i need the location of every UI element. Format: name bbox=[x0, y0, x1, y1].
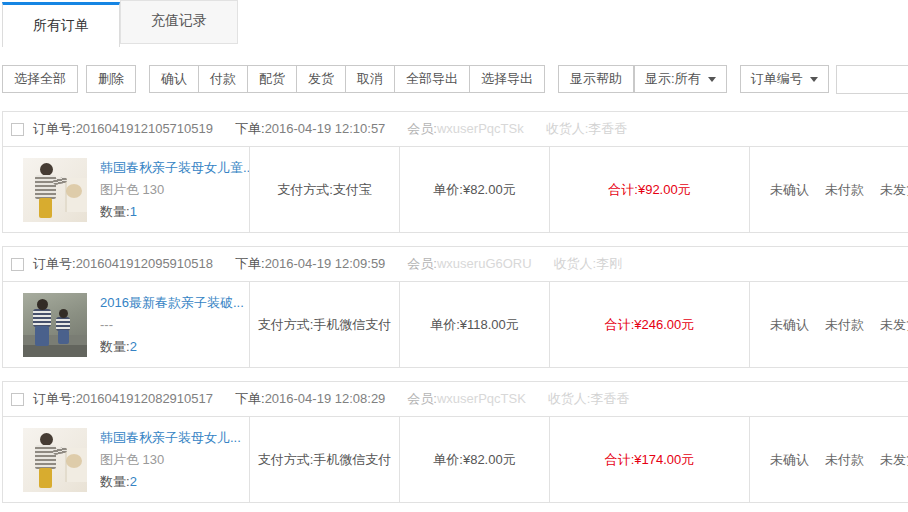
placed-label: 下单: bbox=[235, 256, 265, 271]
unit-price-value: ¥82.00元 bbox=[463, 182, 516, 197]
order-card: 订单号:2016041912105710519 下单:2016-04-19 12… bbox=[2, 111, 908, 233]
allocate-button[interactable]: 配货 bbox=[248, 65, 297, 93]
order-header: 订单号:2016041912105710519 下单:2016-04-19 12… bbox=[3, 112, 908, 146]
product-cell: 韩国春秋亲子装母女儿童... 图片色 130 数量:1 bbox=[3, 147, 249, 232]
unit-price-cell: 单价:¥82.00元 bbox=[399, 147, 549, 232]
unit-price-cell: 单价:¥118.00元 bbox=[399, 282, 549, 367]
order-checkbox[interactable] bbox=[11, 123, 24, 136]
status-cell: 未确认 未付款 未发货 bbox=[749, 147, 908, 232]
member-value: wxuserPqcTSK bbox=[437, 391, 526, 406]
member-label: 会员: bbox=[407, 256, 437, 271]
order-body: 2016最新春款亲子装破... --- 数量:2 支付方式:手机微信支付 单价:… bbox=[3, 281, 908, 367]
placed-label: 下单: bbox=[235, 391, 265, 406]
unit-price-value: ¥82.00元 bbox=[463, 452, 516, 467]
product-quantity: 数量:2 bbox=[100, 337, 249, 356]
total-cell: 合计:¥174.00元 bbox=[549, 417, 749, 502]
product-quantity: 数量:2 bbox=[100, 472, 249, 491]
payment-cell: 支付方式:手机微信支付 bbox=[249, 417, 399, 502]
member-value: wxuseruG6ORU bbox=[437, 256, 532, 271]
status-unpaid: 未付款 bbox=[825, 181, 864, 199]
total-label: 合计: bbox=[605, 452, 635, 467]
member-label: 会员: bbox=[407, 121, 437, 136]
payment-label: 支付方式: bbox=[277, 182, 333, 197]
unit-price-cell: 单价:¥82.00元 bbox=[399, 417, 549, 502]
total-label: 合计: bbox=[608, 182, 638, 197]
tab-all-orders[interactable]: 所有订单 bbox=[2, 2, 120, 47]
order-no-label: 订单号: bbox=[33, 121, 76, 136]
order-no-label: 订单号: bbox=[33, 391, 76, 406]
payment-value: 手机微信支付 bbox=[313, 317, 391, 332]
consignee-value: 李香香 bbox=[588, 121, 627, 136]
order-checkbox[interactable] bbox=[11, 258, 24, 271]
member-label: 会员: bbox=[407, 391, 437, 406]
payment-value: 手机微信支付 bbox=[313, 452, 391, 467]
ship-button[interactable]: 发货 bbox=[297, 65, 346, 93]
product-title-link[interactable]: 2016最新春款亲子装破... bbox=[100, 293, 249, 312]
show-filter-label: 显示:所有 bbox=[645, 70, 701, 88]
status-unconfirmed: 未确认 bbox=[770, 451, 809, 469]
pay-button[interactable]: 付款 bbox=[199, 65, 248, 93]
order-header: 订单号:2016041912082910517 下单:2016-04-19 12… bbox=[3, 382, 908, 416]
status-cell: 未确认 未付款 未发货 bbox=[749, 282, 908, 367]
order-checkbox[interactable] bbox=[11, 393, 24, 406]
delete-button[interactable]: 删除 bbox=[86, 65, 136, 93]
status-unpaid: 未付款 bbox=[825, 451, 864, 469]
tab-recharge-records[interactable]: 充值记录 bbox=[120, 0, 238, 44]
search-type-label: 订单编号 bbox=[751, 70, 803, 88]
order-header: 订单号:2016041912095910518 下单:2016-04-19 12… bbox=[3, 247, 908, 281]
placed-value: 2016-04-19 12:09:59 bbox=[265, 256, 386, 271]
total-label: 合计: bbox=[605, 317, 635, 332]
product-image[interactable] bbox=[23, 158, 87, 222]
order-list: 订单号:2016041912105710519 下单:2016-04-19 12… bbox=[2, 111, 908, 503]
product-color: --- bbox=[100, 315, 249, 334]
status-unpaid: 未付款 bbox=[825, 316, 864, 334]
unit-price-label: 单价: bbox=[433, 452, 463, 467]
status-cell: 未确认 未付款 未发货 bbox=[749, 417, 908, 502]
export-selected-button[interactable]: 选择导出 bbox=[470, 65, 545, 93]
unit-price-label: 单价: bbox=[433, 182, 463, 197]
order-no-value: 2016041912105710519 bbox=[76, 121, 213, 136]
toolbar: 选择全部 删除 确认 付款 配货 发货 取消 全部导出 选择导出 显示帮助 显示… bbox=[2, 65, 908, 93]
order-management-page: 所有订单 充值记录 选择全部 删除 确认 付款 配货 发货 取消 全部导出 选择… bbox=[0, 0, 908, 503]
order-body: 韩国春秋亲子装母女儿... 图片色 130 数量:2 支付方式:手机微信支付 单… bbox=[3, 416, 908, 502]
order-body: 韩国春秋亲子装母女儿童... 图片色 130 数量:1 支付方式:支付宝 单价:… bbox=[3, 146, 908, 232]
cancel-button[interactable]: 取消 bbox=[346, 65, 395, 93]
search-type-dropdown[interactable]: 订单编号 bbox=[740, 65, 829, 93]
order-card: 订单号:2016041912082910517 下单:2016-04-19 12… bbox=[2, 381, 908, 503]
consignee-label: 收货人: bbox=[554, 256, 597, 271]
status-unshipped: 未发货 bbox=[880, 316, 908, 334]
chevron-down-icon bbox=[810, 77, 818, 82]
product-image[interactable] bbox=[23, 293, 87, 357]
status-unconfirmed: 未确认 bbox=[770, 181, 809, 199]
status-unshipped: 未发货 bbox=[880, 181, 908, 199]
order-card: 订单号:2016041912095910518 下单:2016-04-19 12… bbox=[2, 246, 908, 368]
total-value: ¥246.00元 bbox=[634, 317, 694, 332]
product-cell: 韩国春秋亲子装母女儿... 图片色 130 数量:2 bbox=[3, 417, 249, 502]
placed-label: 下单: bbox=[235, 121, 265, 136]
consignee-label: 收货人: bbox=[546, 121, 589, 136]
product-cell: 2016最新春款亲子装破... --- 数量:2 bbox=[3, 282, 249, 367]
unit-price-label: 单价: bbox=[430, 317, 460, 332]
order-no-value: 2016041912095910518 bbox=[76, 256, 213, 271]
total-cell: 合计:¥246.00元 bbox=[549, 282, 749, 367]
order-no-label: 订单号: bbox=[33, 256, 76, 271]
member-value: wxuserPqcTSk bbox=[437, 121, 524, 136]
consignee-value: 李香香 bbox=[590, 391, 629, 406]
show-filter-dropdown[interactable]: 显示:所有 bbox=[634, 65, 727, 93]
select-all-button[interactable]: 选择全部 bbox=[2, 65, 78, 93]
status-unshipped: 未发货 bbox=[880, 451, 908, 469]
confirm-button[interactable]: 确认 bbox=[149, 65, 199, 93]
payment-label: 支付方式: bbox=[258, 317, 314, 332]
product-quantity: 数量:1 bbox=[100, 202, 249, 221]
payment-cell: 支付方式:支付宝 bbox=[249, 147, 399, 232]
payment-cell: 支付方式:手机微信支付 bbox=[249, 282, 399, 367]
product-image[interactable] bbox=[23, 428, 87, 492]
export-all-button[interactable]: 全部导出 bbox=[395, 65, 470, 93]
placed-value: 2016-04-19 12:10:57 bbox=[265, 121, 386, 136]
order-no-value: 2016041912082910517 bbox=[76, 391, 213, 406]
product-title-link[interactable]: 韩国春秋亲子装母女儿... bbox=[100, 428, 249, 447]
show-help-button[interactable]: 显示帮助 bbox=[558, 65, 634, 93]
product-title-link[interactable]: 韩国春秋亲子装母女儿童... bbox=[100, 158, 249, 177]
order-search-input[interactable] bbox=[836, 65, 908, 94]
placed-value: 2016-04-19 12:08:29 bbox=[265, 391, 386, 406]
